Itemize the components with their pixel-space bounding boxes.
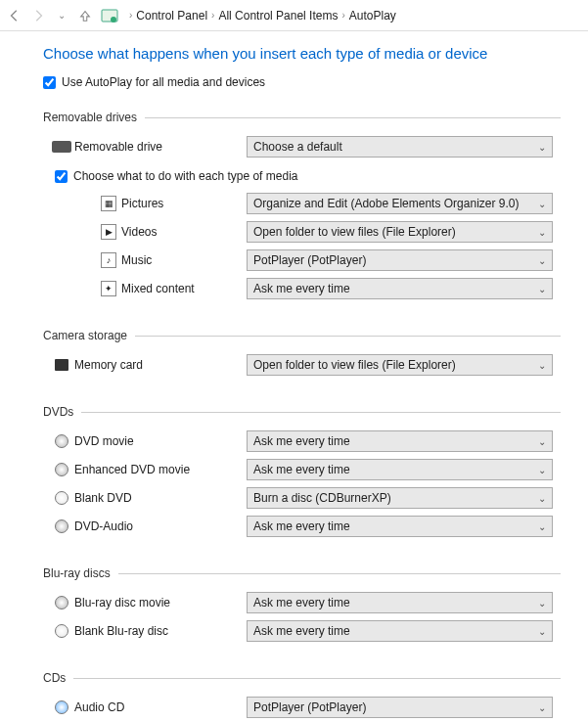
divider (145, 117, 561, 118)
group-title-text: Removable drives (43, 111, 137, 124)
dvd-audio-icon (49, 519, 74, 533)
row-videos: ▶ Videos Open folder to view files (File… (43, 219, 561, 245)
group-title-cds: CDs (43, 671, 561, 685)
row-enhanced-dvd: Enhanced DVD movie Ask me every time ⌄ (43, 457, 561, 482)
bluray-movie-icon (49, 596, 74, 609)
chevron-down-icon: ⌄ (538, 521, 546, 532)
mixed-icon: ✦ (96, 281, 121, 296)
dropdown-blank-dvd[interactable]: Burn a disc (CDBurnerXP) ⌄ (247, 487, 553, 509)
back-button[interactable] (6, 7, 23, 24)
dropdown-value: Open folder to view files (File Explorer… (253, 225, 456, 239)
page-title: Choose what happens when you insert each… (43, 45, 561, 62)
chevron-down-icon: ⌄ (538, 436, 546, 447)
chevron-down-icon: ⌄ (538, 598, 546, 609)
dropdown-value: Burn a disc (CDBurnerXP) (253, 491, 391, 505)
group-title-text: DVDs (43, 405, 73, 419)
dropdown-value: Ask me every time (253, 624, 350, 638)
breadcrumb-autoplay[interactable]: AutoPlay (349, 9, 396, 23)
dropdown-dvd-audio[interactable]: Ask me every time ⌄ (247, 516, 553, 537)
row-label: Mixed content (121, 282, 247, 295)
group-title-bluray: Blu-ray discs (43, 566, 561, 580)
dropdown-memory-card[interactable]: Open folder to view files (File Explorer… (247, 354, 553, 376)
choose-media-row: Choose what to do with each type of medi… (55, 169, 561, 183)
chevron-down-icon: ⌄ (538, 284, 546, 294)
group-title-text: Camera storage (43, 329, 127, 342)
dropdown-mixed[interactable]: Ask me every time ⌄ (247, 278, 553, 299)
chevron-right-icon: › (341, 10, 344, 21)
dvd-movie-icon (49, 434, 74, 448)
dropdown-value: Ask me every time (253, 519, 350, 533)
row-bluray-movie: Blu-ray disc movie Ask me every time ⌄ (43, 590, 561, 615)
group-title-text: CDs (43, 671, 66, 685)
dropdown-value: Ask me every time (253, 463, 350, 476)
row-label: DVD movie (74, 434, 247, 448)
row-label: Videos (121, 225, 247, 239)
divider (73, 678, 561, 679)
use-autoplay-label: Use AutoPlay for all media and devices (62, 75, 265, 89)
row-music: ♪ Music PotPlayer (PotPlayer) ⌄ (43, 248, 561, 273)
blank-dvd-icon (49, 491, 74, 505)
breadcrumb-all-items[interactable]: All Control Panel Items (218, 9, 338, 23)
choose-media-checkbox[interactable] (55, 170, 68, 183)
row-blank-bluray: Blank Blu-ray disc Ask me every time ⌄ (43, 618, 561, 644)
chevron-right-icon: › (129, 10, 132, 21)
up-button[interactable] (76, 7, 94, 24)
dropdown-music[interactable]: PotPlayer (PotPlayer) ⌄ (247, 249, 553, 271)
row-blank-dvd: Blank DVD Burn a disc (CDBurnerXP) ⌄ (43, 485, 561, 511)
recent-dropdown[interactable]: ⌄ (53, 7, 70, 24)
divider (118, 573, 561, 574)
use-autoplay-row: Use AutoPlay for all media and devices (43, 75, 561, 89)
dropdown-audio-cd[interactable]: PotPlayer (PotPlayer) ⌄ (247, 697, 553, 718)
divider (81, 412, 561, 413)
dropdown-value: Organize and Edit (Adobe Elements Organi… (253, 197, 519, 210)
group-title-removable: Removable drives (43, 111, 561, 124)
use-autoplay-checkbox[interactable] (43, 76, 56, 89)
dropdown-value: Open folder to view files (File Explorer… (253, 358, 456, 372)
chevron-down-icon: ⌄ (538, 465, 546, 475)
enhanced-dvd-icon (49, 463, 74, 476)
chevron-down-icon: ⌄ (538, 227, 546, 238)
forward-button[interactable] (29, 7, 47, 24)
breadcrumb-control-panel[interactable]: Control Panel (136, 9, 207, 23)
group-removable: Removable drives Removable drive Choose … (43, 111, 561, 301)
row-removable-drive: Removable drive Choose a default ⌄ (43, 134, 561, 159)
dropdown-value: Choose a default (253, 140, 342, 154)
content: Choose what happens when you insert each… (0, 31, 588, 722)
dropdown-videos[interactable]: Open folder to view files (File Explorer… (247, 221, 553, 243)
dropdown-value: PotPlayer (PotPlayer) (253, 700, 366, 714)
blank-bluray-icon (49, 624, 74, 638)
row-label: Audio CD (74, 700, 247, 714)
group-camera: Camera storage Memory card Open folder t… (43, 329, 561, 378)
dropdown-removable-drive[interactable]: Choose a default ⌄ (247, 136, 553, 158)
row-label: Enhanced DVD movie (74, 463, 247, 476)
dropdown-dvd-movie[interactable]: Ask me every time ⌄ (247, 430, 553, 452)
pictures-icon: ▦ (96, 196, 121, 211)
group-title-camera: Camera storage (43, 329, 561, 342)
choose-media-label: Choose what to do with each type of medi… (73, 169, 297, 183)
chevron-down-icon: ⌄ (538, 493, 546, 504)
divider (135, 336, 561, 337)
row-mixed: ✦ Mixed content Ask me every time ⌄ (43, 276, 561, 301)
chevron-right-icon: › (211, 10, 214, 21)
dropdown-blank-bluray[interactable]: Ask me every time ⌄ (247, 620, 553, 642)
videos-icon: ▶ (96, 224, 121, 240)
row-label: Blu-ray disc movie (74, 596, 247, 609)
row-label: Removable drive (74, 140, 247, 154)
row-memory-card: Memory card Open folder to view files (F… (43, 352, 561, 378)
dropdown-enhanced-dvd[interactable]: Ask me every time ⌄ (247, 459, 553, 480)
group-bluray: Blu-ray discs Blu-ray disc movie Ask me … (43, 566, 561, 644)
dropdown-bluray-movie[interactable]: Ask me every time ⌄ (247, 592, 553, 613)
row-audio-cd: Audio CD PotPlayer (PotPlayer) ⌄ (43, 695, 561, 720)
row-dvd-audio: DVD-Audio Ask me every time ⌄ (43, 514, 561, 539)
chevron-down-icon: ⌄ (538, 360, 546, 371)
chevron-down-icon: ⌄ (538, 199, 546, 209)
chevron-down-icon: ⌄ (538, 142, 546, 153)
breadcrumb: › Control Panel › All Control Panel Item… (129, 9, 396, 23)
chevron-down-icon: ⌄ (538, 702, 546, 713)
dropdown-value: Ask me every time (253, 434, 350, 448)
dropdown-pictures[interactable]: Organize and Edit (Adobe Elements Organi… (247, 193, 553, 214)
dropdown-value: Ask me every time (253, 282, 350, 295)
dropdown-value: PotPlayer (PotPlayer) (253, 253, 366, 267)
row-pictures: ▦ Pictures Organize and Edit (Adobe Elem… (43, 191, 561, 216)
row-label: Memory card (74, 358, 247, 372)
